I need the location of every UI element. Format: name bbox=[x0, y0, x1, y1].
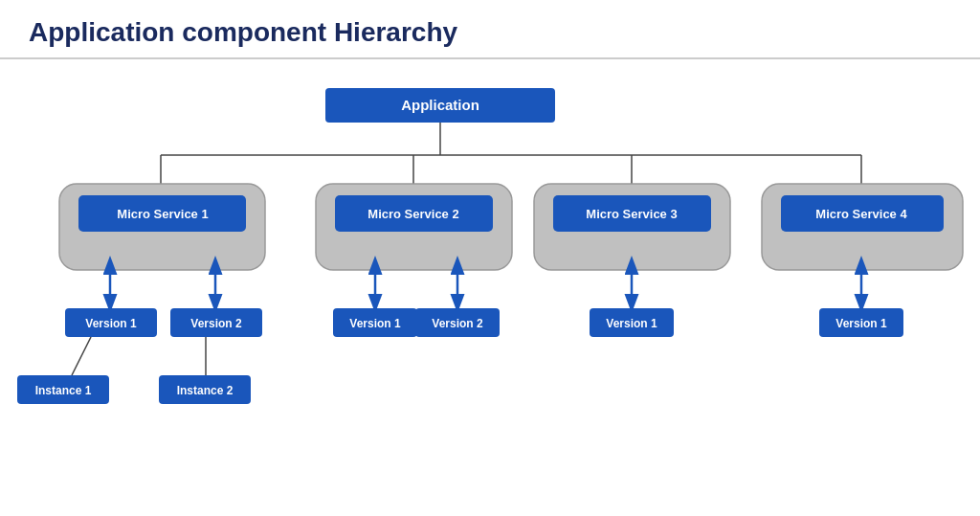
ms1-v2-node: Version 2 bbox=[170, 308, 262, 337]
ms2-v1-node: Version 1 bbox=[333, 308, 417, 337]
svg-text:Version 2: Version 2 bbox=[432, 317, 483, 330]
ms1-node: Micro Service 1 bbox=[59, 184, 265, 270]
ms1-v2-instance2-node: Instance 2 bbox=[159, 375, 251, 404]
ms1-v1-node: Version 1 bbox=[65, 308, 157, 337]
svg-text:Version 1: Version 1 bbox=[85, 317, 137, 330]
ms4-node: Micro Service 4 bbox=[762, 184, 963, 270]
ms2-v2-node: Version 2 bbox=[415, 308, 500, 337]
svg-text:Micro Service 1: Micro Service 1 bbox=[117, 207, 208, 221]
svg-text:Micro Service 4: Micro Service 4 bbox=[815, 207, 907, 221]
svg-text:Application: Application bbox=[401, 97, 479, 113]
page: Application component Hierarchy Applicat… bbox=[0, 0, 980, 516]
application-node: Application bbox=[325, 88, 555, 123]
ms3-v1-node: Version 1 bbox=[590, 308, 674, 337]
ms4-v1-node: Version 1 bbox=[819, 308, 903, 337]
hierarchy-diagram: Application Micro Service 1 bbox=[0, 59, 980, 471]
header: Application component Hierarchy bbox=[0, 0, 980, 57]
ms2-node: Micro Service 2 bbox=[316, 184, 512, 270]
svg-text:Micro Service 3: Micro Service 3 bbox=[586, 207, 677, 221]
svg-text:Instance 2: Instance 2 bbox=[177, 384, 234, 397]
ms1-v1-instance1-node: Instance 1 bbox=[17, 375, 109, 404]
svg-text:Version 2: Version 2 bbox=[190, 317, 242, 330]
svg-text:Instance 1: Instance 1 bbox=[35, 384, 92, 397]
svg-text:Version 1: Version 1 bbox=[606, 317, 657, 330]
svg-text:Version 1: Version 1 bbox=[349, 317, 401, 330]
svg-text:Micro Service 2: Micro Service 2 bbox=[368, 207, 458, 221]
ms3-node: Micro Service 3 bbox=[534, 184, 730, 270]
page-title: Application component Hierarchy bbox=[29, 17, 951, 48]
diagram-area: Application Micro Service 1 bbox=[0, 59, 980, 471]
svg-text:Version 1: Version 1 bbox=[835, 317, 887, 330]
svg-line-26 bbox=[72, 337, 91, 375]
